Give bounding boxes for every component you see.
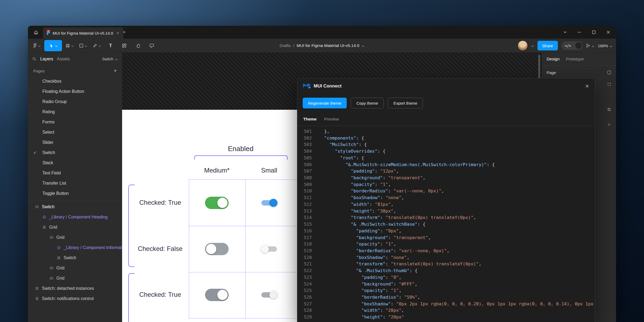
- page-row[interactable]: Text Field: [28, 168, 122, 178]
- page-row[interactable]: Floating Action Button: [28, 86, 122, 97]
- chevron-down-icon[interactable]: [362, 43, 364, 48]
- layer-row[interactable]: _Library / Component Information: [28, 243, 122, 253]
- layer-row[interactable]: Grid: [28, 222, 122, 232]
- zoom-control[interactable]: 168%: [598, 43, 612, 48]
- main-menu-button[interactable]: [31, 40, 43, 51]
- page-row[interactable]: Checkbox: [28, 76, 122, 86]
- add-style-icon[interactable]: [606, 121, 612, 128]
- tab-layers[interactable]: Layers: [40, 57, 53, 61]
- frame-tool[interactable]: [63, 40, 76, 51]
- code-area[interactable]: 501},502"components": {503 "MuiSwitch": …: [297, 126, 595, 322]
- adjust-sliders-icon[interactable]: [606, 106, 612, 113]
- move-tool[interactable]: [44, 40, 62, 51]
- breadcrumb-file[interactable]: MUI for Figma Material UI-v5.14.0: [297, 43, 359, 48]
- code-text: "borderRadius": "var(--none, 0px)",: [324, 188, 444, 195]
- switch-small-checked[interactable]: [261, 291, 277, 299]
- tab-close-icon[interactable]: ×: [116, 31, 120, 35]
- text-tool[interactable]: T: [104, 40, 117, 51]
- row-group-bracket: [128, 185, 135, 267]
- search-icon[interactable]: [32, 57, 36, 61]
- design-frame[interactable]: Enabled Medium*Small Checked: TrueChecke…: [122, 110, 310, 322]
- chevron-down-icon[interactable]: [531, 43, 534, 48]
- page-row[interactable]: Toggle Button: [28, 188, 122, 199]
- layer-row[interactable]: Switch: notifications control: [28, 294, 122, 304]
- layer-row[interactable]: Switch: [28, 253, 122, 263]
- layer-row[interactable]: Grid: [28, 232, 122, 243]
- switch-small-checked[interactable]: [261, 199, 277, 207]
- copy-theme-button[interactable]: Copy theme: [351, 98, 384, 108]
- dashed-row-divider: [189, 272, 307, 272]
- layer-row[interactable]: _Library / Component Heading: [28, 212, 122, 222]
- page-section: Page: [542, 65, 616, 79]
- dialog-close-icon[interactable]: ×: [585, 83, 589, 89]
- cols-icon: [49, 276, 54, 280]
- dashed-row-divider: [189, 226, 307, 226]
- dialog-tab-preview[interactable]: Preview: [324, 117, 339, 122]
- layer-row[interactable]: Grid: [28, 273, 122, 283]
- line-number: 509: [302, 181, 312, 188]
- window-menu-chevron-icon[interactable]: [564, 31, 567, 33]
- code-line: 518 "opacity": "1",: [297, 241, 595, 248]
- dialog-header: MUI Connect ×: [297, 78, 595, 94]
- present-button[interactable]: [586, 43, 594, 48]
- new-tab-button[interactable]: +: [121, 29, 128, 36]
- maximize-button[interactable]: [592, 30, 596, 34]
- switch-medium-checked[interactable]: [205, 289, 229, 301]
- page-row[interactable]: Radio Group: [28, 97, 122, 107]
- line-number: 522: [302, 268, 312, 274]
- comment-tool[interactable]: [145, 40, 158, 51]
- tab-assets[interactable]: Assets: [57, 57, 70, 61]
- tab-prototype[interactable]: Prototype: [566, 57, 584, 61]
- zoom-value: 168%: [598, 43, 608, 48]
- breadcrumb-separator: /: [293, 43, 294, 48]
- code-text: "&.MuiSwitch-sizeMedium:has(.MuiSwitch-c…: [324, 162, 495, 168]
- avatar[interactable]: [518, 41, 528, 51]
- layer-label: Grid: [56, 266, 64, 270]
- code-text: "height": "20px": [324, 314, 404, 321]
- code-text: "transform": "translateX(0px) translateY…: [324, 261, 481, 268]
- window-close-button[interactable]: [606, 30, 610, 34]
- dialog-tab-theme[interactable]: Theme: [303, 117, 317, 122]
- dialog-tabs: ThemePreview: [297, 112, 595, 126]
- code-line: 508 "background": "transparent",: [297, 175, 595, 181]
- page-row[interactable]: ✓Switch: [28, 148, 122, 158]
- page-row[interactable]: Forms: [28, 117, 122, 127]
- tab-design[interactable]: Design: [547, 57, 559, 61]
- line-number: 518: [302, 241, 312, 248]
- rows-icon: [35, 286, 39, 291]
- page-collapse-control[interactable]: Switch: [102, 57, 118, 61]
- breadcrumb-folder[interactable]: Drafts: [280, 43, 291, 48]
- export-theme-button[interactable]: Export theme: [388, 98, 423, 108]
- line-number: 505: [302, 155, 312, 162]
- dashed-column-divider: [245, 180, 246, 319]
- layer-row[interactable]: Switch: detached instances: [28, 283, 122, 294]
- regenerate-theme-button[interactable]: Regenerate theme: [303, 98, 347, 108]
- resources-tool[interactable]: [118, 40, 130, 51]
- styles-icon[interactable]: [606, 81, 612, 87]
- switch-medium-unchecked[interactable]: [205, 243, 229, 255]
- home-button[interactable]: [32, 28, 40, 36]
- share-button[interactable]: Share: [537, 41, 558, 50]
- pen-tool[interactable]: [91, 40, 103, 51]
- switch-small-unchecked[interactable]: [261, 245, 277, 253]
- dev-mode-toggle[interactable]: </>: [561, 41, 583, 50]
- page-row[interactable]: Stack: [28, 158, 122, 168]
- page-row[interactable]: Transfer List: [28, 178, 122, 188]
- line-number: 517: [302, 235, 312, 241]
- file-tab[interactable]: MUI for Figma Material UI-v5.14.0 ×: [43, 27, 123, 39]
- add-page-button[interactable]: +: [114, 68, 117, 74]
- layer-row[interactable]: Grid: [28, 263, 122, 273]
- minimize-button[interactable]: [577, 30, 581, 34]
- page-row[interactable]: Select: [28, 127, 122, 137]
- layer-row[interactable]: Switch: [28, 202, 122, 212]
- group-bracket: [194, 155, 288, 160]
- layer-label: Grid: [56, 276, 64, 281]
- shape-tool[interactable]: [77, 40, 89, 51]
- page-row[interactable]: Rating: [28, 107, 122, 117]
- hand-tool[interactable]: [132, 40, 144, 51]
- switch-medium-checked[interactable]: [205, 197, 229, 209]
- page-color-swatch-icon[interactable]: [607, 70, 611, 75]
- chevron-down-icon: [71, 43, 74, 48]
- page-row[interactable]: Slider: [28, 137, 122, 148]
- code-text: "& .MuiSwitch-thumb": {: [324, 268, 418, 274]
